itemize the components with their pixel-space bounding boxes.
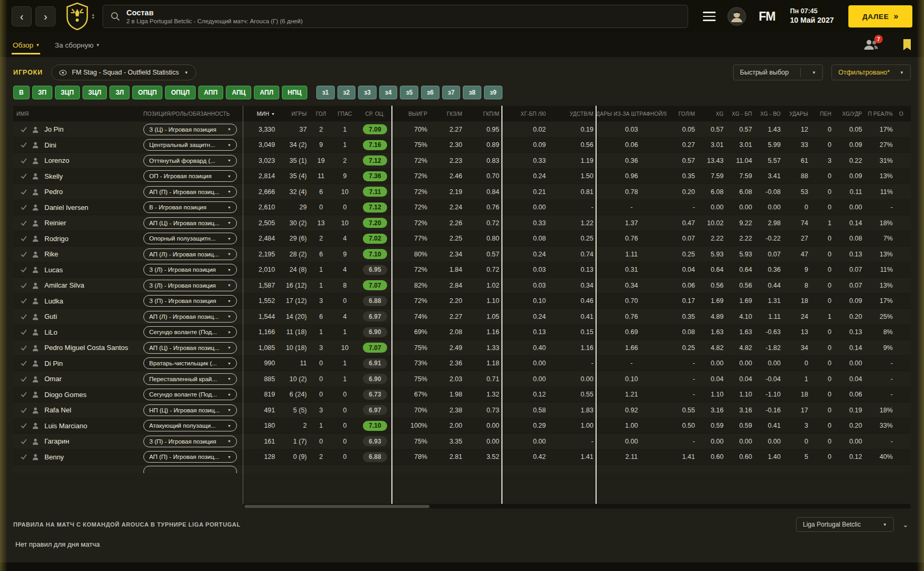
table-row[interactable]: SkellyОП - Игровая позиция▼2,81435 (4)11… (13, 169, 911, 185)
position-filter-button[interactable]: АПЛ (254, 86, 279, 99)
player-name[interactable]: Pedro (44, 188, 63, 196)
position-role-dropdown[interactable]: ОП - Игровая позиция▼ (143, 170, 237, 182)
player-name[interactable]: Di Pin (44, 360, 63, 367)
column-header[interactable]: МИН▼ (243, 106, 278, 122)
player-name[interactable]: Pedro Miguel Costa Santos (44, 344, 128, 352)
player-name[interactable]: Diogo Gomes (44, 391, 86, 399)
position-filter-button[interactable]: ОПЦЛ (165, 86, 195, 99)
position-role-dropdown[interactable]: Переставленный край...▼ (143, 373, 237, 385)
position-role-dropdown[interactable]: Оттянутый форвард (...▼ (143, 155, 237, 167)
position-role-dropdown[interactable]: Атакующий полузащи...▼ (143, 420, 237, 431)
bookmark-icon[interactable] (903, 39, 911, 51)
table-row[interactable]: LorenzoОттянутый форвард (...▼3,02335 (1… (13, 153, 911, 169)
table-row[interactable]: ReinierАП (Ц) - Игровая позиц...▼2,50530… (13, 215, 911, 231)
position-role-dropdown[interactable]: З (Л) - Игровая позиция▼ (143, 264, 237, 275)
number-filter-button[interactable]: з5 (400, 86, 418, 99)
number-filter-button[interactable]: з8 (463, 86, 481, 99)
manager-avatar[interactable] (727, 7, 746, 26)
quick-pick-button[interactable]: Быстрый выбор ▼ (733, 65, 823, 80)
position-filter-button[interactable]: ЗЦП (55, 86, 80, 99)
table-row[interactable]: RikeАП (Л) - Игровая позиц...▼2,19528 (2… (13, 246, 911, 262)
column-header[interactable]: ИГРЫ (278, 106, 310, 122)
filtered-dropdown[interactable]: Отфильтровано* ▼ (831, 65, 911, 80)
player-name[interactable]: Dini (44, 141, 56, 149)
position-role-dropdown[interactable]: НП (Ц) - Игровая позиц...▼ (143, 404, 237, 416)
table-row[interactable]: Jo PinЗ (Ц) - Игровая позиция▼3,33037217… (13, 122, 911, 137)
position-filter-button[interactable]: ОПЦП (132, 86, 162, 99)
table-row[interactable]: PedroАП (П) - Игровая позиц...▼2,66632 (… (13, 184, 911, 200)
position-role-dropdown[interactable]: АП (Л) - Игровая позиц...▼ (143, 311, 237, 323)
column-header[interactable]: ИМЯ (13, 106, 140, 122)
number-filter-button[interactable]: з3 (358, 86, 377, 99)
player-name[interactable]: Гагарин (44, 437, 69, 445)
table-row[interactable]: GutiАП (Л) - Игровая позиц...▼1,54414 (2… (13, 309, 911, 325)
column-header[interactable]: УДАРЫ ИЗ-ЗА ШТРАФНОЙ/90 (597, 106, 666, 122)
position-filter-button[interactable]: ЗЛ (109, 86, 130, 99)
position-role-dropdown[interactable]: Центральный защитн...▼ (143, 139, 237, 151)
table-row[interactable]: BennyАП (П) - Игровая позиц...▼1280 (9)2… (13, 449, 911, 465)
position-role-dropdown[interactable]: АП (П) - Игровая позиц...▼ (143, 186, 237, 198)
table-row[interactable]: Luis MarcianoАтакующий полузащи...▼18021… (13, 418, 911, 434)
player-name[interactable]: Jo Pin (44, 125, 63, 133)
position-role-dropdown[interactable]: З (П) - Игровая позиция▼ (143, 295, 237, 307)
position-role-dropdown[interactable]: Сегундо воланте (Под...▼ (143, 326, 237, 338)
rules-collapse-button[interactable]: ⌄ (900, 521, 911, 529)
player-name[interactable]: Omar (44, 375, 62, 383)
column-header[interactable]: XG - ВО (755, 106, 784, 122)
number-filter-button[interactable]: з6 (421, 86, 440, 99)
player-name[interactable]: Lucas (44, 266, 63, 274)
table-row[interactable]: OmarПереставленный край...▼88510 (2)016.… (13, 371, 911, 387)
column-header[interactable]: ГКЗ/М (431, 106, 465, 122)
player-name[interactable]: Reinier (44, 219, 66, 227)
column-header[interactable]: XG (698, 106, 727, 122)
club-switcher[interactable]: ▴ ▾ (92, 13, 94, 20)
position-filter-button[interactable]: АПЦ (226, 86, 251, 99)
column-header[interactable]: П РЕАЛ% (865, 106, 896, 122)
table-row[interactable]: Daniel IversenВ - Игровая позиция▼2,6102… (13, 200, 911, 216)
column-header[interactable]: XG - БП (727, 106, 755, 122)
position-role-dropdown[interactable]: АП (П) - Игровая позиц...▼ (143, 451, 237, 463)
player-name[interactable]: Lorenzo (44, 156, 69, 164)
column-header[interactable]: ГКП/М (465, 106, 502, 122)
player-name[interactable]: Benny (44, 453, 64, 461)
column-header[interactable]: УДАРЫ (784, 106, 811, 122)
position-role-dropdown[interactable]: В - Игровая позиция▼ (143, 201, 237, 213)
player-name[interactable]: Rafa Nel (44, 406, 71, 414)
position-filter-button[interactable]: ЗЦЛ (83, 86, 107, 99)
table-row[interactable]: ГагаринЗ (П) - Игровая позиция▼1611 (7)0… (13, 434, 911, 449)
back-button[interactable]: ‹ (12, 6, 32, 26)
position-filter-button[interactable]: ЗП (32, 86, 52, 99)
number-filter-button[interactable]: з7 (442, 86, 461, 99)
forward-button[interactable]: › (35, 6, 56, 26)
table-row[interactable]: Pedro Miguel Costa SantosАП (Ц) - Игрова… (13, 340, 911, 356)
position-role-dropdown[interactable]: АП (Ц) - Игровая позиц...▼ (143, 342, 237, 354)
number-filter-button[interactable]: з9 (484, 86, 502, 99)
number-filter-button[interactable]: з2 (337, 86, 356, 99)
column-header[interactable]: ГОЛ (310, 106, 332, 122)
search-panel[interactable]: Состав 2 в Liga Portugal Betclic - Следу… (103, 5, 688, 28)
tab-overview[interactable]: Обзор ▾ (13, 33, 39, 57)
table-row[interactable]: LiLoСегундо воланте (Под...▼1,16611 (18)… (13, 325, 911, 340)
player-name[interactable]: Skelly (44, 172, 63, 180)
column-header[interactable]: ПОЗИЦИЯ/РОЛЬ/ОБЯЗАННОСТЬ (140, 106, 243, 122)
table-row[interactable]: DiniЦентральный защитн...▼3,04934 (2)917… (13, 137, 911, 153)
position-role-dropdown[interactable]: Вратарь-чистильщик (...▼ (143, 357, 237, 369)
competition-dropdown[interactable]: Liga Portugal Betclic ▼ (796, 517, 894, 532)
player-name[interactable]: Guti (44, 312, 57, 320)
table-row[interactable]: Di PinВратарь-чистильщик (...▼99011016.9… (13, 356, 911, 372)
menu-button[interactable] (703, 12, 716, 21)
column-header[interactable]: XG/УДР (835, 106, 865, 122)
player-name[interactable]: Rike (44, 250, 58, 258)
column-header[interactable]: О (896, 106, 903, 122)
column-header[interactable]: ВЫИГР (392, 106, 431, 122)
position-role-dropdown[interactable]: Сегундо воланте (Под...▼ (143, 389, 237, 400)
table-row[interactable]: Amilcar SilvaЗ (Л) - Игровая позиция▼1,5… (13, 278, 911, 293)
column-header[interactable]: ХГ-БП /90 (502, 106, 549, 122)
player-name[interactable]: LiLo (44, 328, 58, 336)
position-role-dropdown[interactable]: Опорный полузащитн...▼ (143, 233, 237, 244)
column-header[interactable]: УДСТВ/М (549, 106, 597, 122)
position-filter-button[interactable]: АПП (198, 86, 224, 99)
club-badge[interactable] (66, 3, 89, 30)
position-role-dropdown[interactable] (143, 466, 237, 474)
column-header[interactable]: ПЕН (811, 106, 835, 122)
